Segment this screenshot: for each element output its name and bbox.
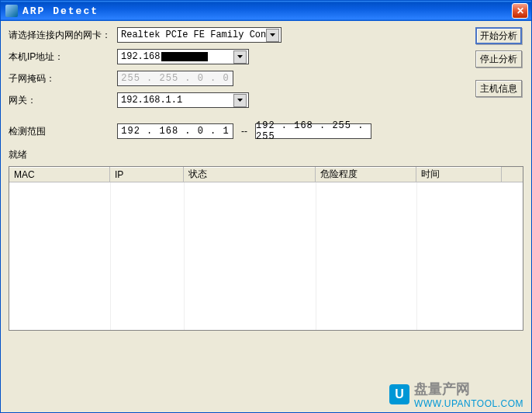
content-area: 开始分析 停止分析 主机信息 关闭 请选择连接内网的网卡： Realtek PC… — [1, 21, 531, 412]
watermark-icon: U — [389, 384, 409, 404]
close-icon[interactable]: ✕ — [512, 3, 528, 19]
gateway-value: 192.168.1.1 — [121, 95, 233, 106]
column-header[interactable]: 危险程度 — [316, 167, 416, 182]
hostinfo-button[interactable]: 主机信息 — [475, 80, 522, 97]
column-header[interactable]: 状态 — [184, 167, 316, 182]
app-icon — [5, 5, 18, 17]
ip-select[interactable]: 192.168 — [117, 49, 249, 64]
start-button[interactable]: 开始分析 — [475, 27, 522, 44]
range-label: 检测范围 — [9, 125, 117, 138]
table-header: MACIP状态危险程度时间 — [9, 167, 523, 182]
ip-label: 本机IP地址： — [9, 50, 117, 64]
table-body[interactable] — [9, 182, 523, 330]
range-separator: -- — [241, 126, 247, 137]
app-window: ARP Detect ✕ 开始分析 停止分析 主机信息 关闭 请选择连接内网的网… — [0, 0, 532, 413]
chevron-down-icon[interactable] — [233, 50, 247, 64]
nic-select[interactable]: Realtek PCIe FE Family Controlle — [117, 27, 282, 43]
watermark: U 盘量产网 WWW.UPANTOOL.COM — [389, 380, 523, 409]
window-title: ARP Detect — [22, 5, 512, 17]
column-header[interactable]: IP — [110, 167, 184, 182]
nic-label: 请选择连接内网的网卡： — [9, 29, 117, 42]
column-header[interactable]: 时间 — [416, 167, 502, 182]
status-text: 就绪 — [9, 148, 523, 161]
mask-field: 255 . 255 . 0 . 0 — [117, 71, 233, 86]
mask-label: 子网掩码： — [9, 72, 117, 85]
stop-button[interactable]: 停止分析 — [475, 50, 522, 68]
column-header[interactable]: MAC — [9, 167, 110, 182]
right-buttons: 开始分析 停止分析 主机信息 — [475, 27, 522, 97]
range-end-field[interactable]: 192 . 168 . 255 . 255 — [255, 123, 371, 139]
watermark-url: WWW.UPANTOOL.COM — [414, 398, 523, 409]
nic-value: Realtek PCIe FE Family Controlle — [121, 30, 266, 40]
range-start-field[interactable]: 192 . 168 . 0 . 1 — [117, 123, 233, 139]
ip-value: 192.168 — [121, 51, 160, 62]
gateway-select[interactable]: 192.168.1.1 — [117, 92, 249, 108]
chevron-down-icon[interactable] — [233, 94, 247, 107]
gateway-label: 网关： — [9, 94, 117, 107]
watermark-name: 盘量产网 — [414, 380, 523, 398]
result-table: MACIP状态危险程度时间 — [9, 166, 523, 331]
chevron-down-icon[interactable] — [266, 29, 279, 42]
titlebar[interactable]: ARP Detect ✕ — [1, 1, 531, 21]
ip-masked — [161, 52, 208, 61]
